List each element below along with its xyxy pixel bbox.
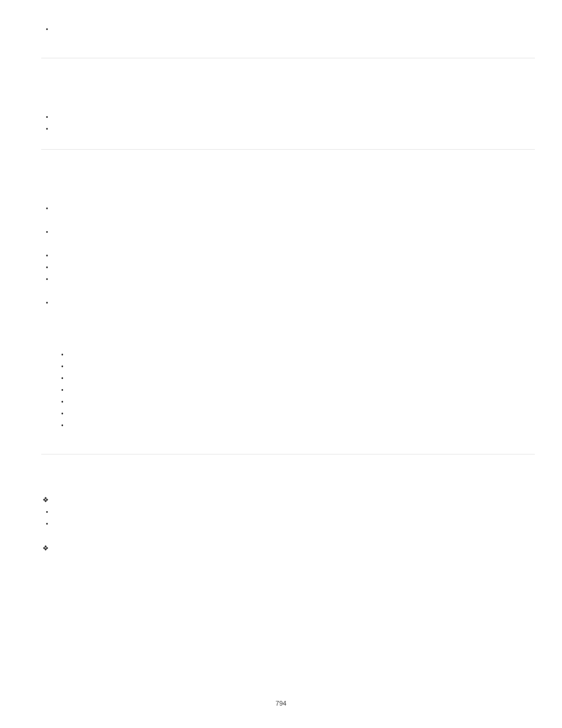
bullet-list	[41, 297, 535, 309]
document-page: 794	[0, 0, 562, 728]
list-item	[41, 506, 535, 518]
bullet-list	[41, 226, 535, 238]
diamond-list	[41, 542, 535, 555]
list-item	[41, 262, 535, 274]
divider	[41, 58, 535, 58]
bullet-list	[41, 506, 535, 530]
list-item	[41, 493, 535, 506]
divider	[41, 454, 535, 454]
list-item	[57, 373, 535, 384]
list-item	[41, 274, 535, 285]
page-number: 794	[0, 700, 562, 707]
bullet-list	[41, 24, 535, 35]
list-item	[57, 384, 535, 396]
list-item	[57, 420, 535, 431]
bullet-list	[41, 111, 535, 135]
list-item	[41, 24, 535, 35]
list-item	[41, 226, 535, 238]
bullet-list	[41, 203, 535, 215]
list-item	[41, 123, 535, 135]
nested-bullet-list	[57, 349, 535, 431]
list-item	[41, 250, 535, 262]
list-item	[57, 408, 535, 420]
divider	[41, 149, 535, 150]
list-item	[41, 542, 535, 555]
diamond-list	[41, 493, 535, 506]
list-item	[57, 361, 535, 373]
list-item	[57, 396, 535, 408]
list-item	[57, 349, 535, 361]
list-item	[41, 203, 535, 215]
bullet-list	[41, 250, 535, 285]
list-item	[41, 518, 535, 530]
list-item	[41, 297, 535, 309]
list-item	[41, 111, 535, 123]
